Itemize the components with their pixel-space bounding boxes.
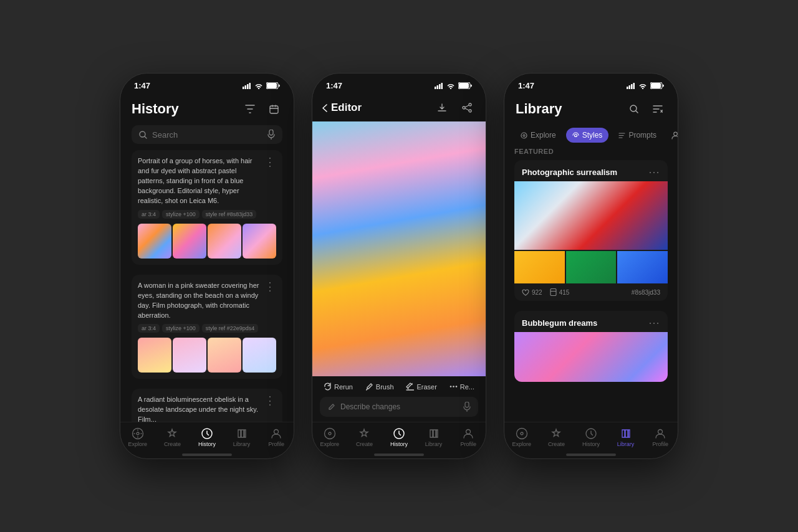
mic-icon[interactable] xyxy=(267,130,275,140)
svg-point-26 xyxy=(324,429,335,439)
lib-tab-explore[interactable]: Explore xyxy=(514,128,562,143)
sort-icon[interactable] xyxy=(649,100,666,118)
history-item-3: A radiant bioluminescent obelisk in a de… xyxy=(132,389,282,422)
editor-actions xyxy=(433,99,476,116)
more-options-2[interactable]: ⋮ xyxy=(264,281,276,292)
history-item-2: A woman in a pink sweater covering her e… xyxy=(132,275,282,379)
tab-profile[interactable]: Profile xyxy=(259,427,294,447)
pencil-icon xyxy=(327,403,335,411)
library-icon-l xyxy=(620,427,632,440)
calendar-icon[interactable] xyxy=(265,100,282,118)
style-card-1-main-img[interactable] xyxy=(514,181,668,250)
eraser-icon xyxy=(406,382,414,391)
svg-point-19 xyxy=(469,103,471,106)
battery-icon-2 xyxy=(458,82,472,89)
filter-icon[interactable] xyxy=(241,100,259,118)
explore-icon-l xyxy=(516,427,528,440)
rerun-icon xyxy=(324,382,332,391)
svg-rect-8 xyxy=(269,130,273,135)
tab-create-e[interactable]: Create xyxy=(347,427,382,447)
style-card-2-main-img[interactable] xyxy=(514,332,668,382)
svg-rect-3 xyxy=(249,83,251,89)
style-card-2-more[interactable]: ⋯ xyxy=(648,317,660,328)
thumb-2c[interactable] xyxy=(208,338,241,373)
thumb-1b[interactable] xyxy=(173,224,206,259)
thumb-1c[interactable] xyxy=(208,224,241,259)
lib-status-time: 1:47 xyxy=(518,81,534,90)
tag-ar-2: ar 3:4 xyxy=(138,324,160,333)
tab-bar-history: Explore Create History Library Profile xyxy=(120,422,294,451)
library-label-e: Library xyxy=(425,441,443,447)
eraser-label: Eraser xyxy=(416,383,436,391)
history-desc-2: A woman in a pink sweater covering her e… xyxy=(138,281,261,321)
tab-create-l[interactable]: Create xyxy=(539,427,574,447)
lib-tab-person[interactable] xyxy=(666,128,678,143)
wifi-icon xyxy=(254,83,263,89)
svg-rect-15 xyxy=(439,84,441,89)
svg-rect-41 xyxy=(550,289,556,296)
bookmark-icon xyxy=(550,288,557,296)
lib-tab-styles[interactable]: Styles xyxy=(566,128,609,143)
create-label-e: Create xyxy=(356,441,373,447)
lib-explore-label: Explore xyxy=(531,131,556,140)
tab-library-l[interactable]: Library xyxy=(608,427,643,447)
more-options-1[interactable]: ⋮ xyxy=(264,156,276,168)
tab-create[interactable]: Create xyxy=(155,427,190,447)
more-options-3[interactable]: ⋮ xyxy=(264,395,276,406)
brush-button[interactable]: Brush xyxy=(365,382,394,391)
tab-library[interactable]: Library xyxy=(224,427,259,447)
editor-status-icons xyxy=(435,82,472,89)
status-bar-library: 1:47 xyxy=(504,74,678,94)
svg-rect-16 xyxy=(441,83,443,89)
svg-point-42 xyxy=(516,429,527,439)
download-icon[interactable] xyxy=(433,99,451,116)
brush-label: Brush xyxy=(376,383,394,391)
tab-profile-l[interactable]: Profile xyxy=(643,427,678,447)
rerun-button[interactable]: Rerun xyxy=(324,382,353,391)
tab-history[interactable]: History xyxy=(190,427,224,447)
search-input[interactable] xyxy=(152,130,262,140)
describe-input[interactable] xyxy=(340,402,458,411)
tab-history-l[interactable]: History xyxy=(574,427,608,447)
style-card-1-more[interactable]: ⋯ xyxy=(648,166,660,178)
mic-icon-2[interactable] xyxy=(463,402,471,412)
sub-img-1c[interactable] xyxy=(617,251,668,283)
tag-styleref: style ref #8s83jd33 xyxy=(202,210,257,219)
create-label: Create xyxy=(164,441,181,447)
tab-library-e[interactable]: Library xyxy=(416,427,451,447)
eraser-button[interactable]: Eraser xyxy=(406,382,436,391)
svg-rect-2 xyxy=(247,84,249,89)
explore-icon-e xyxy=(324,427,336,440)
tab-explore[interactable]: Explore xyxy=(120,427,155,447)
search-icon-lib[interactable] xyxy=(625,100,643,118)
sub-img-1b[interactable] xyxy=(566,251,617,283)
tab-profile-e[interactable]: Profile xyxy=(451,427,486,447)
search-bar[interactable] xyxy=(132,125,282,144)
sub-img-1a[interactable] xyxy=(514,251,565,283)
history-icon-e xyxy=(393,427,405,440)
main-editor-image[interactable] xyxy=(312,121,486,376)
back-button[interactable]: Editor xyxy=(322,102,362,114)
tab-explore-l[interactable]: Explore xyxy=(504,427,539,447)
history-item-1: Portrait of a group of horses, with hair… xyxy=(132,150,282,265)
more-tool-button[interactable]: Re... xyxy=(449,382,474,391)
svg-point-29 xyxy=(466,430,471,434)
describe-bar[interactable] xyxy=(320,397,478,417)
thumb-2a[interactable] xyxy=(138,338,171,373)
share-icon[interactable] xyxy=(458,99,476,116)
profile-label-l: Profile xyxy=(652,441,668,447)
library-title: Library xyxy=(516,101,562,117)
tab-explore-e[interactable]: Explore xyxy=(312,427,347,447)
history-tags-2: ar 3:4 stylize +100 style ref #22e9pds4 xyxy=(132,324,282,338)
thumb-1a[interactable] xyxy=(138,224,171,259)
style-hash-tag: #8s83jd33 xyxy=(632,289,660,296)
lib-tab-prompts[interactable]: Prompts xyxy=(612,128,663,143)
thumb-2d[interactable] xyxy=(243,338,276,373)
thumb-1d[interactable] xyxy=(243,224,276,259)
svg-point-37 xyxy=(521,133,527,138)
heart-icon xyxy=(522,289,529,296)
thumb-2b[interactable] xyxy=(173,338,206,373)
svg-rect-30 xyxy=(627,87,628,89)
tab-history-e[interactable]: History xyxy=(382,427,416,447)
phone-editor: 1:47 Editor xyxy=(312,73,486,459)
